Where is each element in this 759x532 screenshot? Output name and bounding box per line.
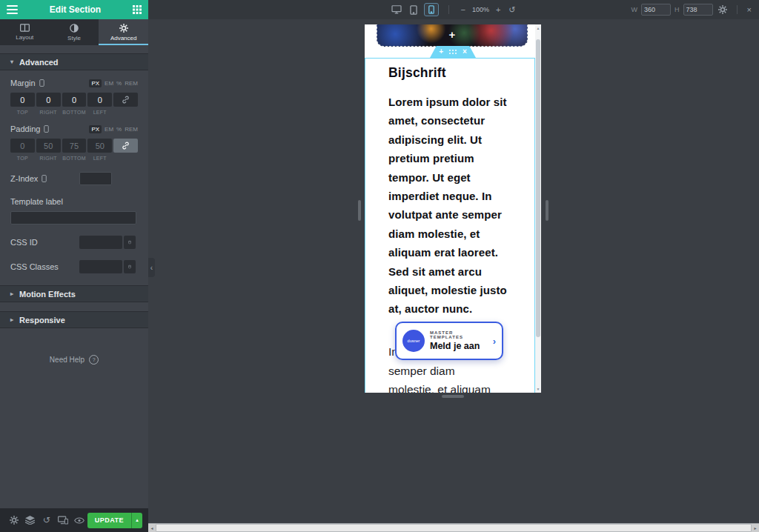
editor-canvas: + + × Bijschrift Lorem ipsum dolor sit a…: [148, 19, 759, 523]
zoom-out-icon[interactable]: −: [459, 4, 466, 16]
accordion-responsive[interactable]: ▸ Responsive: [0, 311, 148, 328]
mobile-indicator-icon[interactable]: [44, 125, 49, 133]
panel-footer: ↺ UPDATE ▴: [0, 508, 148, 532]
add-section-icon[interactable]: +: [439, 48, 443, 56]
css-classes-input[interactable]: [79, 260, 122, 273]
accordion-label: Motion Effects: [19, 290, 76, 299]
update-button[interactable]: UPDATE: [87, 513, 131, 528]
horizontal-scrollbar[interactable]: ◂ ▸: [148, 523, 759, 532]
padding-top-input[interactable]: [10, 139, 35, 153]
dynamic-tags-icon[interactable]: [124, 260, 136, 273]
tab-style[interactable]: Style: [50, 19, 99, 45]
unit-rem[interactable]: REM: [125, 126, 138, 133]
toolbar-divider: [737, 5, 738, 14]
editor-stage: − 100% + ↺ W H × + +: [148, 0, 759, 532]
padding-link-values-icon[interactable]: [113, 139, 138, 153]
unit-em[interactable]: EM: [105, 126, 113, 133]
preview-height-input[interactable]: [683, 4, 713, 16]
tab-layout[interactable]: Layout: [0, 19, 50, 45]
need-help-link[interactable]: Need Help ?: [0, 355, 148, 365]
close-icon[interactable]: ×: [746, 4, 753, 16]
device-desktop-icon[interactable]: [390, 4, 403, 16]
zoom-in-icon[interactable]: +: [494, 4, 502, 16]
preview-eye-icon[interactable]: [71, 517, 87, 524]
brand-logo: dusner: [402, 330, 425, 352]
history-icon[interactable]: ↺: [39, 515, 55, 525]
hero-image[interactable]: +: [377, 24, 528, 47]
resize-handle-left[interactable]: [358, 200, 361, 221]
mobile-indicator-icon[interactable]: [39, 79, 44, 87]
text-line: molestie, et aliquam: [388, 380, 491, 393]
margin-top-input[interactable]: [10, 93, 35, 107]
panel-collapse-toggle[interactable]: ‹: [148, 258, 155, 277]
css-id-label: CSS ID: [10, 238, 38, 247]
widgets-grid-icon[interactable]: [133, 5, 142, 14]
text-widget-bold[interactable]: Lorem ipsum dolor sit amet, consectetur …: [388, 93, 517, 319]
margin-link-values-icon[interactable]: [113, 93, 138, 107]
padding-control: Padding PX EM % REM TOP RIGHT BOTTOM: [10, 124, 138, 161]
scrollbar-thumb[interactable]: [536, 39, 540, 337]
half-circle-style-icon: [70, 24, 79, 33]
padding-left-input[interactable]: [87, 139, 112, 153]
scroll-left-icon[interactable]: ◂: [148, 525, 156, 531]
scrollbar-thumb[interactable]: [156, 524, 752, 532]
unit-em[interactable]: EM: [105, 80, 113, 87]
css-id-input[interactable]: [79, 236, 122, 249]
update-options-caret-icon[interactable]: ▴: [131, 513, 142, 528]
dim-label: LEFT: [93, 156, 107, 161]
signup-popup[interactable]: dusner MASTER TEMPLATES Meld je aan ›: [395, 322, 503, 360]
dim-label: RIGHT: [40, 110, 57, 115]
height-label: H: [675, 6, 680, 13]
margin-bottom-input[interactable]: [62, 93, 87, 107]
scroll-right-icon[interactable]: ▸: [752, 525, 759, 531]
accordion-advanced[interactable]: ▾ Advanced: [0, 53, 148, 70]
template-label-input[interactable]: [10, 211, 136, 225]
unit-px[interactable]: PX: [89, 79, 102, 87]
accordion-motion-effects[interactable]: ▸ Motion Effects: [0, 285, 148, 302]
delete-section-icon[interactable]: ×: [463, 48, 467, 56]
resize-handle-right[interactable]: [546, 200, 548, 221]
need-help-label: Need Help: [50, 356, 84, 364]
margin-right-input[interactable]: [36, 93, 61, 107]
dim-label: BOTTOM: [62, 156, 86, 161]
padding-right-input[interactable]: [36, 139, 61, 153]
unit-px[interactable]: PX: [89, 125, 102, 133]
unit-rem[interactable]: REM: [125, 80, 138, 87]
z-index-input[interactable]: [79, 172, 112, 185]
margin-label: Margin: [10, 79, 36, 87]
resize-handle-bottom[interactable]: [442, 395, 464, 398]
panel-header: Edit Section: [0, 0, 148, 19]
settings-gear-icon[interactable]: [6, 516, 22, 525]
scroll-up-icon[interactable]: ▲: [535, 24, 541, 32]
z-index-control: Z-Index: [10, 172, 138, 185]
mobile-preview-frame: + + × Bijschrift Lorem ipsum dolor sit a…: [365, 24, 541, 393]
mobile-indicator-icon[interactable]: [42, 175, 47, 182]
device-tablet-icon[interactable]: [408, 4, 419, 16]
add-widget-icon: +: [449, 28, 456, 41]
responsive-mode-icon[interactable]: [55, 516, 71, 525]
padding-bottom-input[interactable]: [62, 139, 87, 153]
section-handle[interactable]: + ×: [430, 46, 476, 58]
preview-width-input[interactable]: [641, 4, 671, 16]
chevron-right-icon: ▸: [10, 316, 13, 323]
scroll-down-icon[interactable]: ▼: [535, 385, 541, 393]
device-mobile-icon[interactable]: [424, 3, 439, 16]
chevron-right-icon: ▸: [10, 290, 13, 297]
dynamic-tags-icon[interactable]: [124, 236, 136, 249]
elementor-panel: Edit Section Layout Style Advanced ▾ Ad: [0, 0, 148, 532]
refresh-icon[interactable]: ↺: [507, 4, 517, 16]
caption-heading[interactable]: Bijschrift: [388, 65, 521, 81]
navigator-layers-icon[interactable]: [22, 516, 39, 525]
toolbar-divider: [448, 5, 449, 14]
preview-settings-gear-icon[interactable]: [717, 4, 729, 16]
preview-scrollbar[interactable]: ▲ ▼: [535, 24, 541, 393]
menu-icon[interactable]: [7, 5, 18, 14]
drag-handle-icon[interactable]: [449, 50, 451, 51]
unit-percent[interactable]: %: [116, 126, 122, 133]
dim-label: BOTTOM: [62, 110, 86, 115]
accordion-label: Advanced: [19, 58, 59, 67]
unit-percent[interactable]: %: [116, 80, 122, 87]
tab-advanced[interactable]: Advanced: [99, 19, 148, 45]
zoom-level: 100%: [472, 6, 489, 13]
margin-left-input[interactable]: [87, 93, 112, 107]
